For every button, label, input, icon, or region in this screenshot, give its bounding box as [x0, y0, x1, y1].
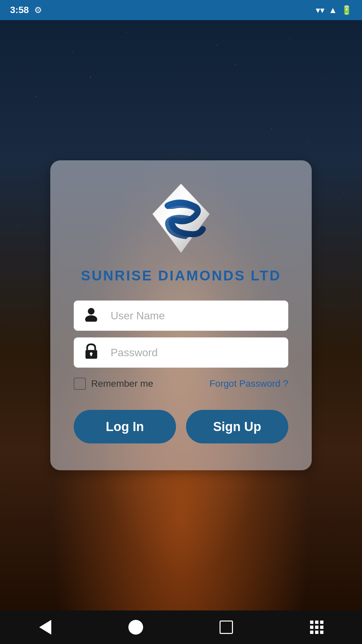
- company-name: SUNRISE DIAMONDS LTD: [81, 268, 281, 284]
- recent-apps-icon: [220, 621, 233, 634]
- login-button[interactable]: Log In: [74, 410, 176, 443]
- username-input[interactable]: [74, 301, 288, 331]
- lock-icon: [84, 343, 99, 363]
- buttons-row: Log In Sign Up: [74, 410, 288, 443]
- username-input-group: [74, 301, 288, 331]
- options-row: Remember me Forgot Password ?: [74, 378, 288, 390]
- apps-icon: [310, 621, 323, 634]
- recent-apps-button[interactable]: [215, 615, 238, 639]
- login-card: SUNRISE DIAMONDS LTD: [50, 160, 312, 470]
- wifi-icon: ▾▾: [316, 5, 324, 15]
- home-button[interactable]: [124, 615, 147, 639]
- remember-me-checkbox[interactable]: [74, 378, 86, 390]
- user-icon: [84, 307, 99, 325]
- status-left: 3:58 ⚙: [10, 5, 42, 15]
- apps-button[interactable]: [305, 615, 328, 639]
- home-icon: [128, 620, 143, 635]
- remember-me-group: Remember me: [74, 378, 153, 390]
- company-logo: [147, 180, 215, 258]
- status-time: 3:58: [10, 5, 29, 15]
- svg-point-2: [85, 315, 97, 322]
- signal-icon: ▲: [328, 5, 337, 15]
- back-icon: [39, 620, 51, 635]
- password-input[interactable]: [74, 337, 288, 368]
- battery-icon: 🔋: [341, 5, 352, 15]
- svg-point-1: [88, 308, 95, 315]
- forgot-password-link[interactable]: Forgot Password ?: [209, 378, 288, 389]
- back-button[interactable]: [34, 615, 57, 639]
- password-input-group: [74, 337, 288, 368]
- svg-rect-5: [90, 354, 92, 356]
- gear-icon: ⚙: [34, 5, 42, 15]
- status-right: ▾▾ ▲ 🔋: [316, 5, 352, 15]
- logo-container: [147, 180, 215, 258]
- status-bar: 3:58 ⚙ ▾▾ ▲ 🔋: [0, 0, 362, 20]
- main-content: SUNRISE DIAMONDS LTD: [0, 20, 362, 610]
- signup-button[interactable]: Sign Up: [186, 410, 288, 443]
- remember-me-label: Remember me: [91, 378, 153, 389]
- nav-bar: [0, 610, 362, 644]
